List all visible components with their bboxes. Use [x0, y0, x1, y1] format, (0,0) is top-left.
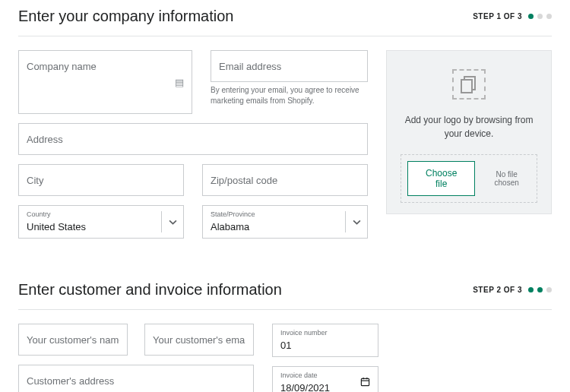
- step2-dots: [528, 287, 552, 292]
- country-label: Country: [27, 210, 154, 218]
- country-value: United States: [27, 221, 86, 232]
- email-field[interactable]: [211, 50, 368, 82]
- svg-rect-2: [361, 378, 369, 385]
- address-input[interactable]: [27, 134, 359, 145]
- invoice-number-input[interactable]: [280, 340, 370, 351]
- state-select[interactable]: State/Province Alabama: [202, 205, 368, 239]
- svg-rect-1: [461, 80, 472, 93]
- customer-name-field[interactable]: [18, 324, 128, 356]
- invoice-number-label: Invoice number: [280, 329, 370, 337]
- customer-email-field[interactable]: [144, 324, 254, 356]
- file-status-text: No file chosen: [483, 170, 530, 187]
- choose-file-button[interactable]: Choose file: [407, 161, 475, 196]
- progress-dot: [528, 287, 534, 292]
- invoice-date-field[interactable]: Invoice date: [272, 366, 378, 392]
- progress-dot: [546, 14, 552, 19]
- section1-header: Enter your company information STEP 1 OF…: [18, 0, 552, 36]
- step-indicator-1: STEP 1 OF 3: [473, 12, 552, 21]
- email-help-text: By entering your email, you agree to rec…: [211, 85, 368, 106]
- invoice-date-label: Invoice date: [280, 371, 370, 379]
- chevron-down-icon: [346, 206, 367, 238]
- state-label: State/Province: [211, 210, 337, 218]
- step2-label: STEP 2 OF 3: [473, 286, 522, 294]
- zip-field[interactable]: [202, 164, 368, 196]
- image-placeholder-icon: [452, 69, 486, 100]
- company-name-field[interactable]: ▤: [18, 50, 192, 114]
- section2-title: Enter customer and invoice information: [18, 281, 282, 299]
- city-field[interactable]: [18, 164, 184, 196]
- section1-title: Enter your company information: [18, 8, 233, 25]
- invoice-number-field[interactable]: Invoice number: [272, 324, 378, 357]
- customer-address-input[interactable]: [27, 375, 245, 387]
- city-input[interactable]: [27, 175, 176, 186]
- progress-dot: [537, 14, 543, 19]
- customer-name-input[interactable]: [27, 334, 119, 346]
- state-value: Alabama: [211, 221, 249, 232]
- step1-label: STEP 1 OF 3: [473, 12, 522, 21]
- progress-dot: [546, 287, 552, 292]
- invoice-date-input[interactable]: [280, 382, 370, 392]
- progress-dot: [537, 287, 543, 292]
- calendar-icon[interactable]: [360, 376, 370, 390]
- logo-upload-box: Add your logo by browsing from your devi…: [386, 50, 552, 214]
- zip-input[interactable]: [211, 175, 359, 186]
- logo-help-text: Add your logo by browsing from your devi…: [401, 113, 537, 141]
- step-indicator-2: STEP 2 OF 3: [473, 286, 552, 294]
- section2-header: Enter customer and invoice information S…: [18, 273, 552, 310]
- customer-email-input[interactable]: [153, 334, 245, 346]
- step1-dots: [528, 14, 552, 19]
- email-input[interactable]: [219, 61, 359, 72]
- progress-dot: [528, 14, 534, 19]
- file-input-row: Choose file No file chosen: [401, 154, 537, 203]
- customer-address-field[interactable]: [18, 365, 254, 392]
- chevron-down-icon: [162, 206, 183, 238]
- autofill-icon: ▤: [175, 77, 184, 88]
- country-select[interactable]: Country United States: [18, 205, 184, 239]
- address-field[interactable]: [18, 123, 368, 155]
- company-name-input[interactable]: [27, 61, 184, 72]
